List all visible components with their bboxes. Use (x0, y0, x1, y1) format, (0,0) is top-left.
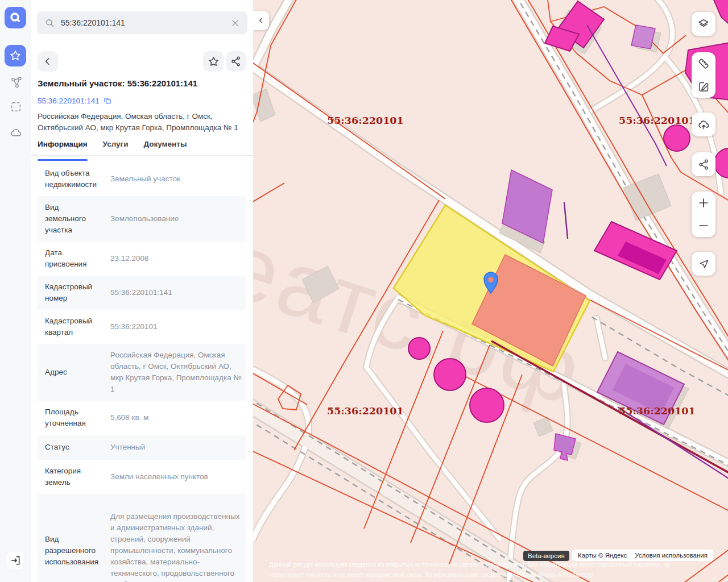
map-copyright[interactable]: Карты © Яндекс (578, 552, 627, 559)
upload-button[interactable] (692, 113, 715, 136)
info-table: Вид объекта недвижимости Земельный участ… (38, 162, 246, 582)
info-row: Вид объекта недвижимости Земельный участ… (38, 162, 246, 196)
locate-button[interactable] (692, 252, 715, 276)
collapse-panel-button[interactable] (253, 11, 269, 30)
info-row: Категория земель Земли населенных пункто… (38, 460, 246, 494)
row-value: Учтенный (105, 436, 246, 459)
map-canvas[interactable]: еатс.рф (253, 0, 728, 582)
disclaimer-line: гарантирует точность и не имеет юридичес… (269, 569, 718, 580)
app-logo[interactable] (5, 7, 26, 28)
row-label: Кадастровый квартал (38, 310, 105, 344)
star-icon (9, 49, 22, 62)
share-icon (230, 56, 242, 67)
info-row: Кадастровый квартал 55:36:220101 (38, 310, 246, 344)
search-icon (44, 18, 55, 28)
login-icon (10, 555, 21, 566)
object-info-panel: Земельный участок: 55:36:220101:141 55:3… (31, 0, 253, 582)
draw-button[interactable] (692, 75, 715, 98)
map-attribution: Карты © Яндекс Условия использования (572, 550, 713, 561)
row-value: Российская Федерация, Омская область, г … (105, 344, 246, 401)
app-logo-icon (9, 11, 22, 24)
chevron-left-icon (43, 56, 53, 66)
quarter-label: 55:36:220101 (619, 115, 696, 126)
panel-tabs: Информация Услуги Документы (31, 140, 253, 156)
favorite-button[interactable] (203, 51, 224, 72)
row-value: 55:36:220101 (105, 315, 246, 338)
search-input[interactable] (60, 18, 230, 28)
page-title: Земельный участок: 55:36:220101:141 (38, 78, 249, 88)
zoom-controls (692, 192, 715, 237)
sidebar-item-area-select[interactable] (9, 100, 23, 114)
select-area-icon (10, 101, 22, 113)
row-label: Дата присвоения (38, 242, 105, 276)
zoom-out-button[interactable] (692, 214, 715, 237)
copy-icon[interactable] (103, 96, 112, 105)
cloud-upload-icon (697, 118, 710, 131)
search-bar (37, 11, 247, 34)
ruler-icon (697, 57, 710, 70)
network-icon (10, 76, 23, 89)
ruler-button[interactable] (692, 52, 715, 75)
tab-documents[interactable]: Документы (144, 140, 187, 155)
info-row: Вид земельного участка Землепользование (38, 196, 246, 242)
map-area[interactable]: еатс.рф (253, 0, 728, 582)
row-label: Вид объекта недвижимости (38, 162, 105, 196)
share-map-button[interactable] (692, 152, 715, 176)
quarter-label: 55:36:220101 (327, 115, 404, 126)
app-sidebar (0, 0, 31, 582)
row-label: Вид земельного участка (38, 196, 105, 242)
row-label: Категория земель (38, 460, 105, 494)
beta-badge: Beta-версия (523, 551, 569, 561)
row-label: Статус (38, 436, 105, 459)
sidebar-item-favorites[interactable] (5, 45, 26, 66)
row-value: Земельный участок (105, 168, 246, 190)
terms-of-use-link[interactable]: Условия использования (635, 552, 708, 559)
cadastral-number-row: 55:36:220101:141 (38, 96, 112, 105)
cadastral-number-link[interactable]: 55:36:220101:141 (38, 97, 100, 105)
info-row: Вид разрешенного использования Для разме… (38, 494, 246, 582)
share-icon (698, 159, 710, 171)
sidebar-item-objects[interactable] (9, 75, 23, 89)
info-row: Кадастровый номер 55:36:220101:141 (38, 276, 246, 310)
layers-button[interactable] (692, 12, 715, 36)
info-row: Площадь уточненная 5,608 кв. м (38, 401, 246, 435)
quarter-label: 55:36:220101 (327, 405, 404, 417)
locate-arrow-icon (698, 258, 710, 270)
layers-icon (697, 18, 710, 30)
info-row: Статус Учтенный (38, 435, 246, 460)
plus-icon (698, 197, 709, 209)
row-value: 5,608 кв. м (105, 406, 246, 429)
row-value: 55:36:220101:141 (105, 281, 246, 304)
edit-icon (697, 80, 710, 93)
cloud-icon (10, 126, 23, 139)
tab-information[interactable]: Информация (38, 140, 88, 155)
row-value: Для размещения производственных и админи… (105, 505, 246, 582)
info-row: Адрес Российская Федерация, Омская облас… (38, 344, 246, 401)
row-value: Земли населенных пунктов (105, 465, 246, 488)
quarter-label: 55:36:220101 (619, 405, 696, 417)
row-label: Адрес (38, 361, 105, 384)
share-object-button[interactable] (226, 51, 246, 72)
row-label: Кадастровый номер (38, 276, 105, 310)
object-address: Российская Федерация, Омская область, г … (38, 111, 246, 134)
star-outline-icon (208, 56, 220, 68)
row-label: Вид разрешенного использования (38, 528, 105, 573)
login-button[interactable] (6, 551, 24, 569)
map-disclaimer: Данный ресурс использует сведения из отк… (269, 559, 718, 580)
row-value: Землепользование (105, 207, 246, 230)
zoom-in-button[interactable] (692, 192, 715, 214)
minus-icon (698, 220, 709, 231)
tab-services[interactable]: Услуги (103, 140, 129, 155)
row-value: 23.12.2008 (105, 247, 246, 270)
measure-draw-group (692, 52, 715, 98)
sidebar-item-cloud[interactable] (9, 126, 23, 139)
info-row: Дата присвоения 23.12.2008 (38, 242, 246, 276)
chevron-left-icon (257, 16, 265, 24)
back-button[interactable] (38, 51, 58, 72)
row-label: Площадь уточненная (38, 401, 105, 435)
clear-search-icon[interactable] (230, 18, 240, 28)
